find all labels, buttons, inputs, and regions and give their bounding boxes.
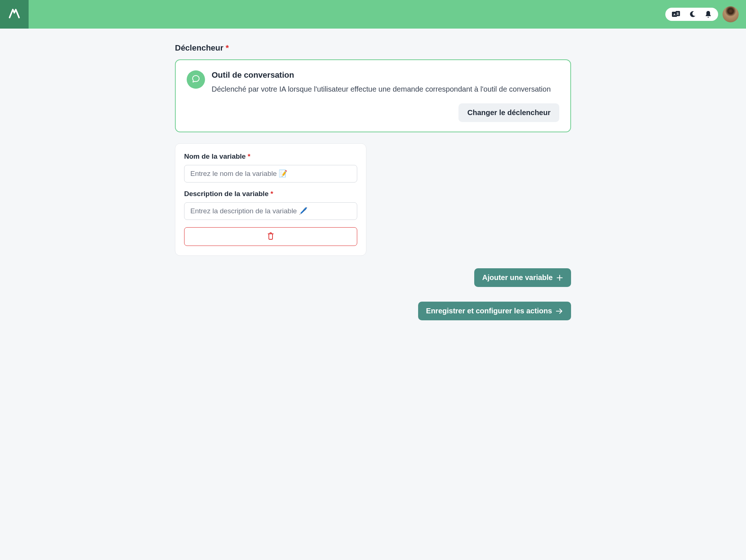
change-trigger-button[interactable]: Changer le déclencheur xyxy=(458,103,559,122)
main-content: Déclencheur * Outil de conversation Décl… xyxy=(168,29,578,342)
moon-icon[interactable] xyxy=(689,11,696,18)
variable-desc-label: Description de la variable * xyxy=(184,190,357,198)
delete-variable-button[interactable] xyxy=(184,227,357,246)
trigger-section-label: Déclencheur * xyxy=(175,43,571,53)
trigger-text: Outil de conversation Déclenché par votr… xyxy=(212,70,551,95)
logo-block[interactable] xyxy=(0,0,29,29)
variable-desc-label-text: Description de la variable xyxy=(184,190,268,198)
required-marker: * xyxy=(270,190,273,198)
trigger-icon-circle xyxy=(187,70,205,89)
add-variable-button[interactable]: Ajouter une variable xyxy=(474,268,571,287)
header-controls: A 文 xyxy=(665,8,718,21)
save-configure-button[interactable]: Enregistrer et configurer les actions xyxy=(418,302,571,320)
variable-name-label: Nom de la variable * xyxy=(184,152,357,161)
header-right: A 文 xyxy=(665,6,739,22)
page-actions: Ajouter une variable Enregistrer et conf… xyxy=(175,268,571,320)
avatar[interactable] xyxy=(723,6,739,22)
plus-icon xyxy=(556,275,563,281)
logo-icon xyxy=(8,7,21,21)
trigger-description: Déclenché par votre IA lorsque l'utilisa… xyxy=(212,84,551,95)
translate-icon[interactable]: A 文 xyxy=(672,11,680,18)
variable-desc-group: Description de la variable * xyxy=(184,190,357,220)
svg-text:A: A xyxy=(673,13,676,16)
svg-text:文: 文 xyxy=(676,12,679,15)
trash-icon xyxy=(267,232,274,241)
trigger-row: Outil de conversation Déclenché par votr… xyxy=(187,70,559,95)
variable-name-label-text: Nom de la variable xyxy=(184,152,246,160)
add-variable-label: Ajouter une variable xyxy=(482,273,553,282)
trigger-actions: Changer le déclencheur xyxy=(187,103,559,122)
arrow-right-icon xyxy=(556,308,563,314)
trigger-card: Outil de conversation Déclenché par votr… xyxy=(175,59,571,132)
required-marker: * xyxy=(248,152,250,160)
variable-name-input[interactable] xyxy=(184,165,357,183)
required-marker: * xyxy=(226,43,229,52)
trigger-title: Outil de conversation xyxy=(212,70,551,80)
chat-icon xyxy=(191,74,200,85)
app-header: A 文 xyxy=(0,0,746,29)
variable-card: Nom de la variable * Description de la v… xyxy=(175,143,366,256)
variable-desc-input[interactable] xyxy=(184,202,357,220)
variable-name-group: Nom de la variable * xyxy=(184,152,357,183)
trigger-label-text: Déclencheur xyxy=(175,43,223,52)
save-configure-label: Enregistrer et configurer les actions xyxy=(426,307,552,315)
bell-icon[interactable] xyxy=(705,11,712,18)
